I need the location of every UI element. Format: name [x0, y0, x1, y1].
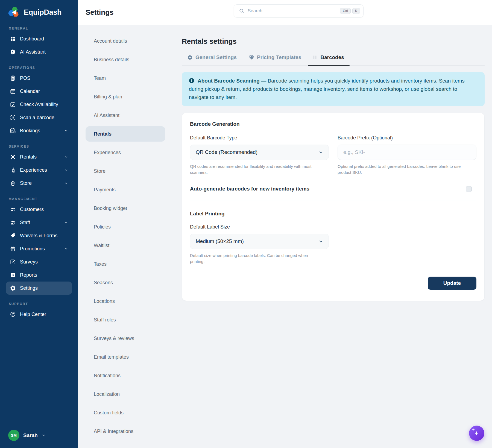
staff-icon — [10, 219, 16, 226]
ai-assistant-fab[interactable] — [469, 426, 484, 441]
app-logo: EquipDash — [0, 0, 78, 19]
settings-nav-item-store[interactable]: Store — [86, 163, 165, 179]
update-button[interactable]: Update — [428, 277, 476, 290]
barcode-type-help: QR codes are recommended for flexibility… — [190, 163, 312, 175]
calendar-icon — [10, 88, 16, 94]
settings-nav-item-policies[interactable]: Policies — [86, 219, 165, 235]
default-barcode-type-select[interactable]: QR Code (Recommended) — [190, 145, 329, 160]
tab-general-settings[interactable]: General Settings — [182, 53, 242, 65]
sidebar-item-calendar[interactable]: Calendar — [6, 85, 72, 98]
settings-nav-item-seasons[interactable]: Seasons — [86, 275, 165, 290]
sidebar-item-surveys[interactable]: Surveys — [6, 255, 72, 268]
barcode-prefix-input[interactable] — [343, 149, 471, 155]
gear-icon — [187, 55, 193, 60]
settings-nav-item-rentals[interactable]: Rentals — [86, 126, 165, 142]
settings-nav-item-custom-fields[interactable]: Custom fields — [86, 405, 165, 420]
auto-generate-checkbox[interactable] — [466, 186, 472, 192]
top-header: Settings Search... Ctrl K — [78, 0, 492, 25]
tab-barcodes[interactable]: Barcodes — [308, 53, 350, 65]
tags-icon — [249, 55, 254, 60]
sidebar-item-pos[interactable]: POS — [6, 72, 72, 85]
settings-nav-item-payments[interactable]: Payments — [86, 182, 165, 197]
settings-nav-item-waitlist[interactable]: Waitlist — [86, 238, 165, 253]
sidebar-item-promotions[interactable]: Promotions — [6, 242, 72, 255]
info-banner: About Barcode Scanning — Barcode scannin… — [182, 72, 485, 106]
sidebar-section-label: MANAGEMENT — [9, 197, 72, 201]
sidebar-item-label: Experiences — [20, 167, 60, 173]
label-printing-heading: Label Printing — [190, 211, 476, 217]
sidebar-item-bookings[interactable]: Bookings — [6, 124, 72, 137]
sidebar-item-rentals[interactable]: Rentals — [6, 150, 72, 163]
sidebar-item-staff[interactable]: Staff — [6, 216, 72, 229]
barcodes-settings-card: Barcode Generation Default Barcode Type … — [182, 113, 485, 301]
kbd-ctrl: Ctrl — [340, 8, 351, 14]
sidebar-section-label: OPERATIONS — [9, 66, 72, 70]
chevron-down-icon — [64, 129, 68, 133]
search-placeholder: Search... — [248, 8, 337, 14]
barcode-generation-heading: Barcode Generation — [190, 121, 476, 127]
user-menu[interactable]: SM Sarah — [0, 430, 78, 448]
settings-nav-item-locations[interactable]: Locations — [86, 294, 165, 309]
default-barcode-type-label: Default Barcode Type — [190, 135, 329, 141]
chevron-down-icon — [64, 247, 68, 251]
sidebar-item-ai-assistant[interactable]: AI Assistant — [6, 45, 72, 58]
barcode-prefix-label: Barcode Prefix (Optional) — [338, 135, 476, 141]
user-name: Sarah — [23, 432, 38, 438]
barcode-prefix-help: Optional prefix added to all generated b… — [338, 163, 470, 175]
barcode-icon — [313, 55, 318, 60]
default-label-size-select[interactable]: Medium (50×25 mm) — [190, 234, 329, 249]
sidebar-item-waivers-forms[interactable]: Waivers & Forms — [6, 229, 72, 242]
chevron-down-icon — [42, 433, 46, 437]
sidebar-item-store[interactable]: Store — [6, 177, 72, 190]
section-title: Rentals settings — [182, 37, 485, 46]
settings-nav-item-staff-roles[interactable]: Staff roles — [86, 312, 165, 327]
kbd-k: K — [352, 8, 360, 14]
sidebar-section-label: SUPPORT — [9, 302, 72, 306]
sidebar-item-label: Help Center — [20, 312, 68, 317]
tag-icon — [10, 233, 16, 239]
sidebar-item-label: Check Availability — [20, 102, 68, 107]
settings-nav-item-team[interactable]: Team — [86, 71, 165, 86]
sidebar-item-experiences[interactable]: Experiences — [6, 163, 72, 177]
sidebar-item-check-availability[interactable]: Check Availability — [6, 98, 72, 111]
settings-nav-item-billing-plan[interactable]: Billing & plan — [86, 89, 165, 104]
chevron-down-icon — [318, 150, 323, 155]
sidebar-item-customers[interactable]: Customers — [6, 203, 72, 216]
sidebar-item-dashboard[interactable]: Dashboard — [6, 32, 72, 45]
sidebar-item-settings[interactable]: Settings — [6, 282, 72, 295]
sidebar-item-help-center[interactable]: Help Center — [6, 308, 72, 321]
survey-check-icon — [10, 259, 16, 265]
settings-nav: Account detailsBusiness detailsTeamBilli… — [78, 25, 172, 448]
auto-generate-label: Auto-generate barcodes for new inventory… — [190, 186, 309, 192]
chevron-down-icon — [64, 168, 68, 172]
ai-assistant-icon — [10, 49, 16, 55]
settings-nav-item-notifications[interactable]: Notifications — [86, 368, 165, 383]
skis-icon — [10, 154, 16, 160]
settings-nav-item-api-integrations[interactable]: API & Integrations — [86, 424, 165, 439]
settings-nav-item-email-templates[interactable]: Email templates — [86, 349, 165, 365]
chevron-down-icon — [64, 221, 68, 224]
sidebar-nav: GENERALDashboardAI AssistantOPERATIONSPO… — [0, 19, 78, 430]
settings-nav-item-experiences[interactable]: Experiences — [86, 145, 165, 160]
settings-nav-item-surveys-reviews[interactable]: Surveys & reviews — [86, 331, 165, 346]
sidebar-item-label: Surveys — [20, 259, 68, 265]
barcode-prefix-field[interactable] — [338, 145, 476, 160]
sidebar-item-label: Reports — [20, 272, 68, 278]
pos-terminal-icon — [10, 75, 16, 81]
search-input[interactable]: Search... Ctrl K — [234, 4, 364, 17]
settings-nav-item-booking-widget[interactable]: Booking widget — [86, 201, 165, 216]
settings-nav-item-localization[interactable]: Localization — [86, 386, 165, 402]
sparkle-icon — [472, 428, 475, 431]
sidebar-item-scan-a-barcode[interactable]: Scan a barcode — [6, 111, 72, 124]
app-name: EquipDash — [24, 8, 61, 17]
settings-nav-item-business-details[interactable]: Business details — [86, 52, 165, 67]
settings-nav-item-ai-assistant[interactable]: AI Assistant — [86, 108, 165, 123]
settings-nav-item-taxes[interactable]: Taxes — [86, 256, 165, 272]
sidebar-item-label: Store — [20, 180, 60, 186]
sidebar-item-label: Calendar — [20, 89, 68, 94]
sidebar-item-reports[interactable]: Reports — [6, 268, 72, 282]
hiker-icon — [10, 167, 16, 173]
settings-nav-item-account-details[interactable]: Account details — [86, 33, 165, 49]
chevron-down-icon — [318, 239, 323, 244]
tab-pricing-templates[interactable]: Pricing Templates — [243, 53, 307, 65]
